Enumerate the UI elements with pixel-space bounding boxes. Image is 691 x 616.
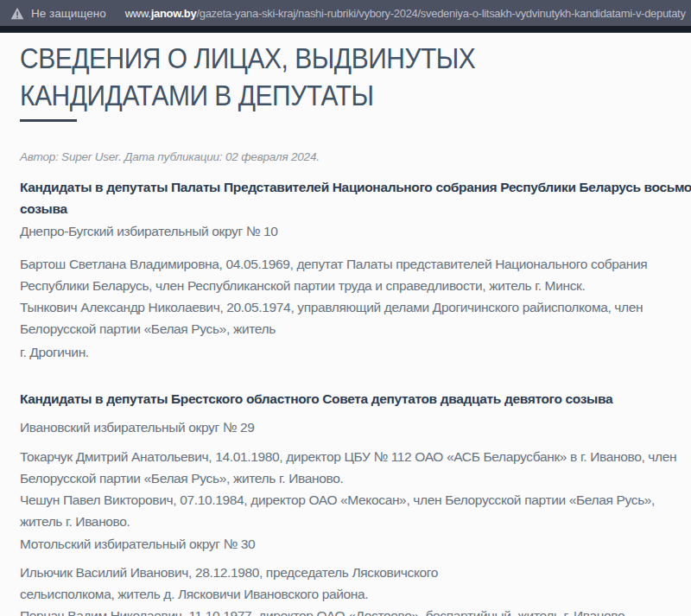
candidate-line: Чешун Павел Викторович, 07.10.1984, дире… — [20, 489, 684, 511]
article-meta: Автор: Super User. Дата публикации: 02 ф… — [20, 149, 684, 166]
section-heading-line: Кандидаты в депутаты Палаты Представител… — [20, 176, 684, 198]
security-warning-icon[interactable] — [10, 7, 24, 20]
article-content: СВЕДЕНИЯ О ЛИЦАХ, ВЫДВИНУТЫХ КАНДИДАТАМИ… — [0, 40, 691, 616]
section-heading-line: созыва — [20, 198, 684, 219]
candidates-paragraph: Бартош Светлана Владимировна, 04.05.1969… — [20, 253, 684, 363]
section-house-of-representatives: Кандидаты в депутаты Палаты Представител… — [20, 176, 684, 363]
electoral-district: Ивановский избирательный округ № 29 — [20, 416, 684, 438]
candidates-paragraph: Токарчук Дмитрий Анатольевич, 14.01.1980… — [20, 446, 684, 555]
section-heading: Кандидаты в депутаты Брестского областно… — [20, 388, 684, 410]
section-regional-council: Кандидаты в депутаты Брестского областно… — [20, 388, 684, 616]
page-top-strip — [0, 26, 691, 33]
address-bar[interactable]: Не защищено www.janow.by/gazeta-yana-ski… — [0, 0, 691, 26]
candidates-paragraph: Ильючик Василий Иванович, 28.12.1980, пр… — [20, 562, 684, 616]
candidate-line: сельисполкома, житель д. Лясковичи Ивано… — [20, 583, 684, 605]
url-text: www.janow.by/gazeta-yana-ski-kraj/nashi-… — [125, 7, 686, 20]
page-title-line: СВЕДЕНИЯ О ЛИЦАХ, ВЫДВИНУТЫХ — [20, 40, 605, 77]
candidate-line: житель г. Иваново. — [20, 511, 684, 532]
candidate-line: Республики Беларусь, член Республиканско… — [20, 275, 684, 296]
section-heading: Кандидаты в депутаты Палаты Представител… — [20, 176, 684, 219]
candidate-line: Пернач Вадим Николаевич, 11.10.1977, дир… — [20, 605, 684, 616]
candidate-line: Бартош Светлана Владимировна, 04.05.1969… — [20, 253, 684, 275]
electoral-district: Мотольский избирательный округ № 30 — [20, 533, 684, 555]
electoral-district: Днепро-Бугский избирательный округ № 10 — [20, 220, 684, 242]
title-divider — [20, 119, 77, 122]
candidate-line: Белорусской партии «Белая Русь», житель — [20, 318, 684, 340]
candidate-line: Ильючик Василий Иванович, 28.12.1980, пр… — [20, 562, 684, 583]
candidate-line: Токарчук Дмитрий Анатольевич, 14.01.1980… — [20, 446, 684, 467]
page-title-line: КАНДИДАТАМИ В ДЕПУТАТЫ — [20, 77, 605, 114]
url-prefix: www. — [125, 7, 151, 20]
security-status-label: Не защищено — [31, 7, 106, 20]
url-path: /gazeta-yana-ski-kraj/nashi-rubriki/vybo… — [196, 7, 685, 20]
candidate-line: г. Дрогичин. — [20, 341, 684, 363]
page-title: СВЕДЕНИЯ О ЛИЦАХ, ВЫДВИНУТЫХ КАНДИДАТАМИ… — [20, 40, 684, 114]
candidate-line: Тынкович Александр Николаевич, 20.05.197… — [20, 296, 684, 318]
candidate-line: Белорусской партии «Белая Русь», житель … — [20, 467, 684, 489]
url-domain: janow.by — [151, 7, 197, 20]
